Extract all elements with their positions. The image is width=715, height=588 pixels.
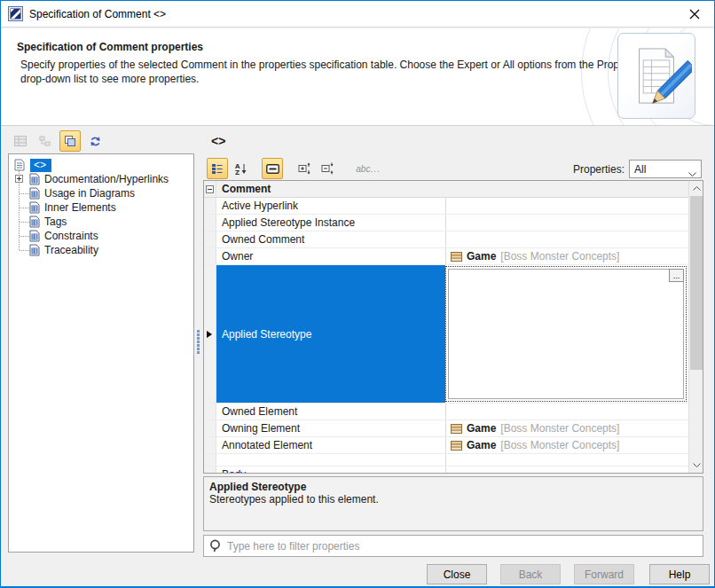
filter-properties-box: [203, 535, 703, 557]
applied-stereotype-cell[interactable]: ...: [445, 265, 688, 403]
splitter-handle-icon: [197, 330, 200, 354]
property-row[interactable]: [204, 454, 688, 466]
tree-item-label: Usage in Diagrams: [44, 187, 135, 200]
properties-page-icon: [29, 216, 40, 228]
property-value[interactable]: [445, 231, 688, 247]
class-icon: [451, 441, 462, 451]
value-text: Game: [467, 250, 496, 263]
tree-item-label: Constraints: [44, 230, 98, 242]
property-row[interactable]: Active Hyperlink: [204, 198, 688, 215]
properties-page-icon: [29, 187, 40, 200]
header-description-line1: Specify properties of the selected Comme…: [20, 59, 645, 71]
scroll-down-icon[interactable]: [689, 458, 703, 473]
tree-item-label: Inner Elements: [44, 201, 116, 214]
edit-abbreviations-icon: abc...: [358, 158, 379, 179]
close-icon[interactable]: [674, 1, 714, 27]
property-row[interactable]: Owning Element Game [Boss Monster Concep…: [204, 420, 688, 437]
property-name: Active Hyperlink: [216, 200, 445, 212]
specification-dialog: Specification of Comment <> Specificatio…: [0, 0, 715, 588]
header-description: Specify properties of the selected Comme…: [20, 58, 645, 86]
svg-text:Z: Z: [235, 169, 240, 176]
properties-toolbar: A Z: [207, 157, 379, 180]
panel-splitter[interactable]: [195, 130, 201, 553]
categorized-view-icon[interactable]: [207, 158, 228, 179]
tree-item-root[interactable]: <>: [9, 158, 193, 172]
tree-item-traceability[interactable]: Traceability: [9, 243, 193, 257]
forward-button: Forward: [574, 564, 634, 584]
tree-item-tags[interactable]: Tags: [9, 215, 193, 229]
title-bar[interactable]: Specification of Comment <>: [1, 1, 714, 27]
scroll-up-icon[interactable]: [689, 181, 703, 196]
property-row[interactable]: Body: [204, 466, 688, 474]
expand-icon[interactable]: [15, 175, 23, 183]
property-row[interactable]: Owned Comment: [204, 231, 688, 248]
property-row[interactable]: Annotated Element Game [Boss Monster Con…: [204, 437, 688, 454]
help-button[interactable]: Help: [649, 564, 710, 584]
property-value[interactable]: [445, 466, 688, 474]
search-icon: [209, 539, 222, 553]
properties-page-icon: [29, 230, 40, 242]
class-icon: [451, 424, 462, 434]
tree-item-inner-elements[interactable]: Inner Elements: [9, 200, 193, 215]
property-name: Owned Element: [216, 405, 445, 418]
collapse-group-icon[interactable]: [206, 185, 214, 193]
property-description-title: Applied Stereotype: [209, 481, 697, 493]
group-row-comment[interactable]: Comment: [204, 181, 688, 198]
chevron-down-icon: [688, 167, 696, 179]
show-description-icon[interactable]: [262, 158, 283, 179]
tree-item-usage-in-diagrams[interactable]: Usage in Diagrams: [9, 186, 193, 200]
refresh-icon[interactable]: [84, 130, 106, 152]
collapse-all-icon[interactable]: [317, 158, 338, 179]
class-icon: [451, 252, 462, 262]
standard-mode-icon[interactable]: [59, 130, 81, 152]
tree-item-label: Traceability: [44, 244, 98, 256]
back-button: Back: [500, 564, 561, 584]
tree-item-constraints[interactable]: Constraints: [9, 229, 193, 243]
window-title: Specification of Comment <>: [29, 8, 166, 20]
value-detail: [Boss Monster Concepts]: [500, 250, 619, 263]
properties-dropdown[interactable]: All: [629, 160, 702, 178]
properties-page-icon: [29, 201, 40, 214]
property-value[interactable]: [445, 454, 688, 466]
property-value[interactable]: Game [Boss Monster Concepts]: [445, 248, 688, 264]
expand-all-icon[interactable]: [294, 158, 315, 179]
property-value[interactable]: [445, 198, 688, 214]
property-row-selected[interactable]: Applied Stereotype ...: [204, 265, 688, 404]
filter-properties-input[interactable]: [227, 536, 703, 556]
value-text: Game: [467, 439, 496, 451]
properties-label: Properties:: [573, 163, 625, 176]
properties-table: Comment Active Hyperlink Applied Stereot…: [203, 180, 703, 474]
property-value[interactable]: [445, 215, 688, 231]
property-value[interactable]: [445, 404, 688, 419]
scrollbar-thumb[interactable]: [690, 196, 703, 370]
tree-item-documentation[interactable]: Documentation/Hyperlinks: [9, 172, 193, 186]
property-row[interactable]: Owned Element: [204, 404, 688, 420]
value-text: Game: [467, 422, 496, 435]
close-button[interactable]: Close: [427, 564, 487, 584]
properties-dropdown-value: All: [634, 163, 646, 176]
ellipsis-button[interactable]: ...: [669, 269, 684, 282]
property-name: Owned Comment: [216, 233, 445, 246]
property-value[interactable]: Game [Boss Monster Concepts]: [445, 420, 688, 436]
header-banner: Specification of Comment properties Spec…: [1, 28, 714, 126]
property-name: Applied Stereotype Instance: [216, 216, 445, 229]
property-name: Applied Stereotype: [216, 265, 445, 403]
property-row[interactable]: Owner Game [Boss Monster Concepts]: [204, 248, 688, 265]
property-name: Annotated Element: [216, 439, 445, 451]
value-detail: [Boss Monster Concepts]: [500, 422, 619, 435]
property-name: Body: [216, 468, 445, 474]
property-value[interactable]: Game [Boss Monster Concepts]: [445, 437, 688, 453]
properties-page-icon: [29, 173, 40, 185]
sort-alphabetically-icon[interactable]: A Z: [230, 158, 251, 179]
property-name: Owning Element: [216, 422, 445, 435]
tree-toolbar: [10, 130, 106, 152]
header-description-line2: drop-down list to see more properties.: [20, 73, 199, 85]
value-detail: [Boss Monster Concepts]: [500, 439, 619, 451]
tree-item-label: Tags: [44, 216, 67, 228]
property-row[interactable]: Applied Stereotype Instance: [204, 215, 688, 231]
element-name-heading: <>: [211, 134, 225, 148]
value-editor[interactable]: ...: [445, 266, 687, 402]
vertical-scrollbar[interactable]: [688, 181, 703, 473]
tree-view-icon: [35, 130, 56, 152]
magicdraw-logo-icon: [8, 6, 23, 21]
